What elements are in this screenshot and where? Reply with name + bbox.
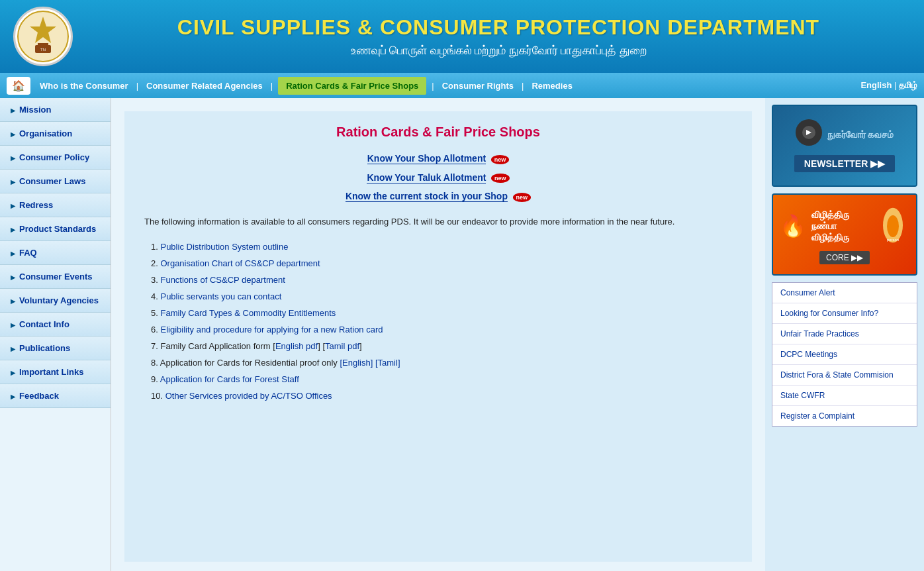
list-item: 4. Public servants you can contact (151, 291, 739, 301)
current-stock-link[interactable]: Know the current stock in your Shop (346, 191, 508, 202)
department-title: CIVIL SUPPLIES & CONSUMER PROTECTION DEP… (86, 15, 911, 40)
nav-ration-cards[interactable]: Ration Cards & Fair Price Shops (278, 77, 426, 95)
other-services-link[interactable]: Other Services provided by AC/TSO Office… (165, 391, 332, 401)
list-num: 10. (151, 391, 163, 401)
navigation-bar: 🏠 Who is the Consumer | Consumer Related… (0, 73, 924, 98)
core-banner[interactable]: 🔥 விழித்திரு நண்பா விழித்திரு person COR… (772, 193, 917, 276)
residential-english-link[interactable]: [English] (340, 358, 373, 368)
lang-tamil[interactable]: தமிழ் (899, 80, 917, 90)
sidebar-item-faq[interactable]: FAQ (0, 241, 111, 265)
link-section-current-stock: Know the current stock in your Shop new (138, 191, 739, 202)
sidebar-item-important-links[interactable]: Important Links (0, 360, 111, 384)
language-selector: English | தமிழ் (860, 80, 917, 91)
nav-sep-4: | (522, 81, 524, 91)
svg-text:TN: TN (40, 48, 46, 52)
org-chart-link[interactable]: Organisation Chart of CS&CP department (160, 258, 320, 268)
sidebar-item-consumer-laws[interactable]: Consumer Laws (0, 170, 111, 193)
sidebar-item-feedback[interactable]: Feedback (0, 384, 111, 408)
lang-sep: | (894, 80, 899, 90)
new-badge-1: new (491, 155, 510, 164)
right-link-register-complaint[interactable]: Register a Complaint (772, 406, 917, 426)
sidebar-item-redress[interactable]: Redress (0, 193, 111, 217)
newsletter-banner[interactable]: நுகர்வோர் கவசம் NEWSLETTER ▶▶ (772, 105, 917, 187)
public-servants-link[interactable]: Public servants you can contact (160, 291, 281, 301)
right-link-district-fora[interactable]: District Fora & State Commision (772, 365, 917, 386)
residential-proof-text: Application for Cards for Residential pr… (160, 358, 340, 368)
eligibility-link[interactable]: Eligibility and procedure for applying f… (160, 325, 383, 335)
fire-content: 🔥 விழித்திரு நண்பா விழித்திரு person COR… (773, 195, 916, 274)
svg-text:person: person (887, 238, 899, 242)
nav-sep-2: | (271, 81, 273, 91)
list-num: 4. (151, 291, 158, 301)
right-link-consumer-alert[interactable]: Consumer Alert (772, 283, 917, 303)
svg-point-8 (887, 215, 899, 237)
nav-sep-3: | (432, 81, 434, 91)
list-num: 5. (151, 308, 158, 318)
list-num: 8. (151, 358, 160, 368)
sidebar-item-contact-info[interactable]: Contact Info (0, 313, 111, 337)
newsletter-tamil-label: நுகர்வோர் கவசம் (827, 129, 894, 140)
know-taluk-allotment-link[interactable]: Know Your Taluk Allotment (367, 172, 486, 183)
sidebar-item-publications[interactable]: Publications (0, 337, 111, 360)
newsletter-button[interactable]: NEWSLETTER ▶▶ (794, 155, 895, 172)
link-section-taluk-allotment: Know Your Taluk Allotment new (138, 172, 739, 183)
sidebar-item-consumer-events[interactable]: Consumer Events (0, 265, 111, 289)
nav-consumer-rights[interactable]: Consumer Rights (439, 79, 516, 92)
lang-english[interactable]: English (860, 80, 892, 90)
list-item: 3. Functions of CS&CP department (151, 275, 739, 285)
right-link-consumer-info[interactable]: Looking for Consumer Info? (772, 303, 917, 324)
fire-line2: விழித்திரு (811, 232, 871, 243)
sidebar-item-organisation[interactable]: Organisation (0, 122, 111, 146)
family-card-types-link[interactable]: Family Card Types & Commodity Entitlemen… (160, 308, 336, 318)
list-num: 6. (151, 325, 158, 335)
english-pdf-link[interactable]: English pdf (275, 341, 318, 351)
sidebar-item-product-standards[interactable]: Product Standards (0, 217, 111, 241)
page-title: Ration Cards & Fair Price Shops (138, 125, 739, 140)
list-item: 8. Application for Cards for Residential… (151, 358, 739, 368)
page-header: TN CIVIL SUPPLIES & CONSUMER PROTECTION … (0, 0, 924, 73)
newsletter-icon (796, 119, 822, 146)
right-link-unfair-trade[interactable]: Unfair Trade Practices (772, 324, 917, 344)
sidebar-item-consumer-policy[interactable]: Consumer Policy (0, 146, 111, 170)
list-item: 9. Application for Cards for Forest Staf… (151, 374, 739, 384)
residential-tamil-link[interactable]: [Tamil] (375, 358, 400, 368)
pds-description: The following information is available t… (138, 215, 739, 229)
new-badge-2: new (491, 174, 510, 183)
list-num: 2. (151, 258, 158, 268)
list-num: 7. (151, 341, 158, 351)
list-item: 7. Family Card Application form [English… (151, 341, 739, 351)
pds-outline-link[interactable]: Public Distribution System outline (160, 242, 288, 252)
svg-rect-2 (38, 43, 48, 45)
header-text-block: CIVIL SUPPLIES & CONSUMER PROTECTION DEP… (86, 15, 911, 58)
tamil-pdf-link[interactable]: Tamil pdf (325, 341, 359, 351)
nav-remedies[interactable]: Remedies (529, 79, 575, 92)
content-list: 1. Public Distribution System outline 2.… (138, 242, 739, 401)
nav-sep-1: | (136, 81, 138, 91)
right-link-state-cwfr[interactable]: State CWFR (772, 386, 917, 406)
functions-link[interactable]: Functions of CS&CP department (160, 275, 285, 285)
list-num: 9. (151, 374, 160, 384)
nav-who-is-consumer[interactable]: Who is the Consumer (37, 79, 131, 92)
list-num: 1. (151, 242, 158, 252)
department-logo: TN (13, 7, 73, 66)
right-panel: நுகர்வோர் கவசம் NEWSLETTER ▶▶ 🔥 விழித்தி… (765, 98, 924, 571)
right-link-dcpc[interactable]: DCPC Meetings (772, 344, 917, 365)
sidebar-item-voluntary-agencies[interactable]: Voluntary Agencies (0, 289, 111, 313)
main-layout: Mission Organisation Consumer Policy Con… (0, 98, 924, 571)
home-icon[interactable]: 🏠 (7, 77, 30, 95)
forest-staff-link[interactable]: Application for Cards for Forest Staff (160, 374, 299, 384)
list-num: 3. (151, 275, 158, 285)
content-area: Ration Cards & Fair Price Shops Know You… (111, 98, 765, 571)
sidebar-item-mission[interactable]: Mission (0, 98, 111, 122)
nav-consumer-agencies[interactable]: Consumer Related Agencies (144, 79, 265, 92)
newsletter-content: நுகர்வோர் கவசம் NEWSLETTER ▶▶ (773, 106, 916, 185)
sidebar: Mission Organisation Consumer Policy Con… (0, 98, 111, 571)
nav-links: Who is the Consumer | Consumer Related A… (37, 77, 860, 95)
core-button[interactable]: CORE ▶▶ (819, 251, 870, 264)
family-card-form-suffix: ] [ (318, 341, 325, 351)
list-item: 10. Other Services provided by AC/TSO Of… (151, 391, 739, 401)
list-item: 2. Organisation Chart of CS&CP departmen… (151, 258, 739, 268)
content-inner: Ration Cards & Fair Price Shops Know You… (124, 111, 752, 562)
department-subtitle-tamil: உணவுப் பொருள் வழங்கல் மற்றும் நுகர்வோர் … (86, 44, 911, 58)
know-shop-allotment-link[interactable]: Know Your Shop Allotment (367, 153, 486, 164)
